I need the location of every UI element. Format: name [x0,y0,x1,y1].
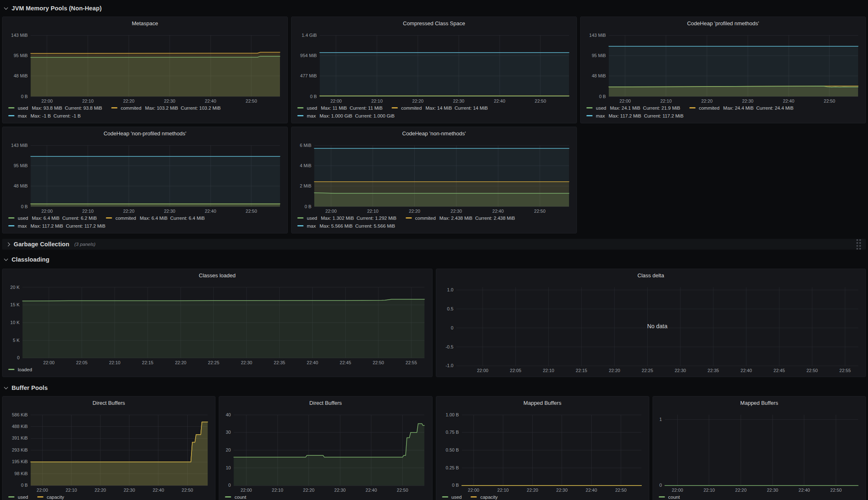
panel-row-4: Direct Buffers586 KiB488 KiB391 KiB293 K… [2,396,866,500]
legend-item-max[interactable]: maxMax: -1 B Current: -1 B [8,113,81,118]
svg-text:22:30: 22:30 [164,99,175,103]
legend-item-commited[interactable]: commitedMax: 14 MiB Current: 14 MiB [392,106,488,111]
legend-item-loaded[interactable]: loaded [8,367,32,372]
svg-text:40: 40 [226,413,231,417]
chart-area[interactable]: 143 MiB95 MiB48 MiB0 B22:0022:1022:2022:… [7,144,282,214]
svg-text:477 MiB: 477 MiB [300,73,317,78]
svg-text:2 MiB: 2 MiB [300,183,311,188]
panel-title[interactable]: Direct Buffers [224,399,427,408]
legend-item-commited[interactable]: commitedMax: 24.4 MiB Current: 24.4 MiB [689,106,794,111]
drag-handle-icon[interactable] [856,239,861,250]
chart-area[interactable]: 586 KiB488 KiB391 KiB293 KiB195 KiB98 Ki… [7,413,210,493]
svg-text:0 B: 0 B [310,94,317,99]
legend-item-commited[interactable]: commitedMax: 6.4 MiB Current: 6.4 MiB [106,216,205,221]
section-header-jvm-memory-pools[interactable]: JVM Memory Pools (Non-Heap) [3,3,865,13]
svg-text:391 KiB: 391 KiB [12,436,28,441]
chart-area[interactable]: 143 MiB95 MiB48 MiB0 B22:0022:1022:2022:… [586,34,861,104]
legend-item-max[interactable]: maxMax: 5.566 MiB Current: 5.566 MiB [297,224,395,228]
panel-title[interactable]: Class delta [441,272,861,281]
svg-text:4 MiB: 4 MiB [300,163,311,168]
series-color-swatch [106,217,112,219]
series-name: used [307,216,317,221]
legend-item-used[interactable]: usedMax: 6.4 MiB Current: 6.2 MiB [8,216,97,221]
series-stats: Max: -1 B Current: -1 B [31,113,81,118]
svg-text:22:20: 22:20 [609,368,620,373]
svg-text:22:20: 22:20 [303,488,315,493]
legend-item-used[interactable]: usedMax: 11 MiB Current: 11 MiB [297,106,383,111]
legend-item-max[interactable]: maxMax: 1.000 GiB Current: 1.000 GiB [297,113,395,118]
legend-item-used[interactable]: used [442,495,462,500]
series-color-swatch [111,107,117,108]
panel-title[interactable]: Direct Buffers [7,399,210,408]
panel-title[interactable]: Metaspace [7,19,282,29]
series-name: capacity [47,495,64,500]
legend-item-used[interactable]: used [8,495,28,500]
panel-metaspace: Metaspace143 MiB95 MiB48 MiB0 B22:0022:1… [2,17,288,123]
series-color-swatch [8,217,14,219]
chevron-down-icon [4,257,8,261]
legend-item-capacity[interactable]: capacity [37,495,64,500]
svg-text:22:50: 22:50 [246,209,257,214]
svg-text:22:50: 22:50 [397,488,409,493]
panel-legend: count [658,493,861,500]
series-name: commited [699,106,720,111]
section-panel-count: (3 panels) [74,242,96,247]
series-stats: Max: 5.566 MiB Current: 5.566 MiB [320,224,395,228]
svg-text:1.0: 1.0 [447,287,453,292]
svg-text:22:05: 22:05 [510,368,521,373]
panel-direct-buffers-bytes: Direct Buffers586 KiB488 KiB391 KiB293 K… [2,396,215,500]
section-header-garbage-collection[interactable]: Garbage Collection (3 panels) [2,239,866,250]
legend-item-commited[interactable]: commitedMax: 2.438 MiB Current: 2.438 Mi… [406,216,515,221]
panel-title[interactable]: CodeHeap 'profiled nmethods' [586,19,861,29]
section-header-classloading[interactable]: Classloading [3,255,865,264]
chart-area[interactable]: 1.4 GiB954 MiB477 MiB0 B22:0022:1022:202… [297,34,571,104]
empty-grid-cell [580,127,866,233]
legend-item-count[interactable]: count [225,495,246,500]
chart-area[interactable]: 1.00.50-0.5-1.022:0022:0522:1022:1522:20… [441,286,861,373]
svg-text:22:00: 22:00 [37,488,48,493]
svg-text:10: 10 [226,465,231,470]
panel-title[interactable]: Mapped Buffers [658,399,861,408]
legend-item-used[interactable]: usedMax: 93.8 MiB Current: 93.8 MiB [8,106,102,111]
panel-title[interactable]: Classes loaded [7,272,427,281]
panel-mapped-buffers-count: Mapped Buffers1022:0022:1022:2022:3022:4… [653,396,866,500]
chart-area[interactable]: 1022:0022:1022:2022:3022:4022:50 [658,413,861,493]
legend-item-max[interactable]: maxMax: 117.2 MiB Current: 117.2 MiB [586,113,684,118]
panel-title[interactable]: Mapped Buffers [441,399,644,408]
chart-area[interactable]: 1.00 B0.75 B0.50 B0.25 B0 B22:0022:1022:… [441,413,644,493]
series-name: max [596,113,605,118]
svg-text:0: 0 [17,355,19,360]
panel-codeheap-non-nmethods: CodeHeap 'non-nmethods'6 MiB4 MiB2 MiB0 … [291,127,577,233]
svg-text:22:40: 22:40 [799,488,810,493]
legend-item-used[interactable]: usedMax: 24.1 MiB Current: 21.9 MiB [586,106,680,111]
legend-item-count[interactable]: count [659,495,680,500]
svg-text:22:30: 22:30 [767,488,778,493]
svg-text:22:20: 22:20 [526,488,538,493]
chart-area[interactable]: 143 MiB95 MiB48 MiB0 B22:0022:1022:2022:… [7,34,282,104]
legend-item-max[interactable]: maxMax: 117.2 MiB Current: 117.2 MiB [8,224,105,228]
svg-text:22:00: 22:00 [241,488,252,493]
series-color-swatch [659,496,665,498]
chart-area[interactable]: 40302010022:0022:1022:2022:3022:4022:50 [224,413,427,493]
series-color-swatch [8,225,14,226]
series-stats: Max: 117.2 MiB Current: 117.2 MiB [31,224,105,228]
panel-title[interactable]: CodeHeap 'non-nmethods' [297,130,571,139]
panel-row-2: CodeHeap 'non-profiled nmethods'143 MiB9… [2,127,866,233]
series-color-swatch [297,115,304,116]
section-header-buffer-pools[interactable]: Buffer Pools [3,383,865,393]
svg-text:22:15: 22:15 [576,368,587,373]
svg-text:48 MiB: 48 MiB [592,73,606,78]
legend-item-commited[interactable]: commitedMax: 103.2 MiB Current: 103.2 Mi… [111,106,221,111]
panel-title[interactable]: CodeHeap 'non-profiled nmethods' [7,130,282,139]
legend-item-capacity[interactable]: capacity [471,495,497,500]
panel-title[interactable]: Compressed Class Space [297,19,571,29]
legend-item-used[interactable]: usedMax: 1.302 MiB Current: 1.292 MiB [297,216,397,221]
svg-text:22:40: 22:40 [493,209,504,214]
chart-area[interactable]: 20 K15 K10 K5 K022:0022:0522:1022:1522:2… [7,286,427,365]
svg-text:48 MiB: 48 MiB [14,73,28,78]
svg-text:-0.5: -0.5 [445,344,453,349]
svg-text:22:10: 22:10 [82,209,94,214]
svg-text:22:10: 22:10 [371,99,383,103]
chart-area[interactable]: 6 MiB4 MiB2 MiB0 B22:0022:1022:2022:3022… [297,144,571,214]
series-name: commited [415,216,436,221]
